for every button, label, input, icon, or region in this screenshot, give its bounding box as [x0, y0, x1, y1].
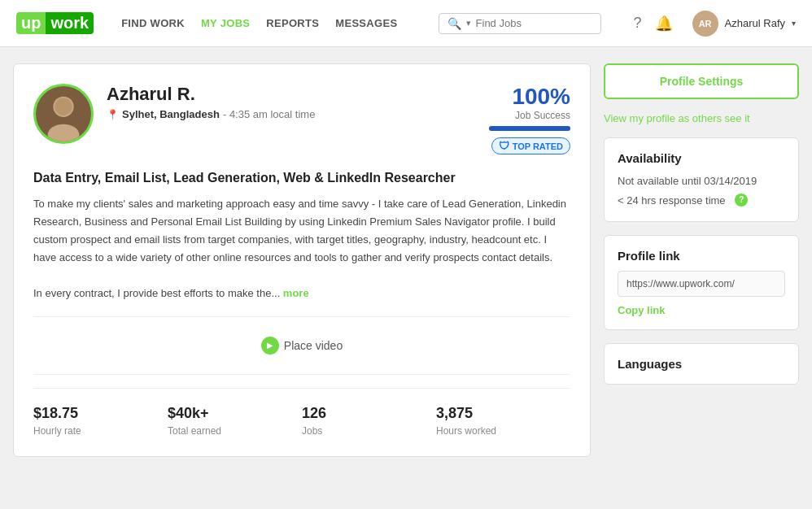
avatar-image	[36, 85, 91, 142]
location-pin-icon: 📍	[107, 109, 119, 120]
profile-info: Azharul R. 📍 Sylhet, Bangladesh - 4:35 a…	[107, 84, 476, 120]
nav-links: FIND WORK MY JOBS REPORTS MESSAGES	[121, 17, 397, 29]
place-video-btn[interactable]: ▶ Place video	[33, 330, 570, 361]
nav-reports[interactable]: REPORTS	[266, 17, 319, 29]
avatar-initials: AR	[699, 19, 712, 28]
divider-2	[33, 374, 570, 375]
profile-avatar	[33, 84, 94, 144]
stat-hourly-rate-label: Hourly rate	[33, 425, 168, 437]
availability-section: Availability Not available until 03/14/2…	[604, 137, 799, 222]
availability-text: Not available until 03/14/2019 < 24 hrs …	[618, 173, 785, 208]
user-name: Azharul Rafy	[725, 17, 785, 29]
play-icon: ▶	[261, 337, 279, 355]
sidebar: Profile Settings View my profile as othe…	[604, 63, 799, 457]
search-dropdown-arrow[interactable]: ▾	[466, 18, 471, 28]
nav-my-jobs[interactable]: MY JOBS	[201, 17, 250, 29]
search-icon: 🔍	[447, 17, 461, 30]
job-success-label: Job Success	[489, 110, 570, 121]
stat-jobs-label: Jobs	[302, 425, 436, 437]
stat-jobs-value: 126	[302, 405, 436, 422]
top-rated-label: TOP RATED	[513, 141, 563, 151]
nav-messages[interactable]: MESSAGES	[335, 17, 397, 29]
top-rated-badge: 🛡 TOP RATED	[491, 137, 570, 154]
availability-subtext: < 24 hrs response time	[618, 193, 726, 209]
profile-card: Azharul R. 📍 Sylhet, Bangladesh - 4:35 a…	[13, 63, 591, 457]
logo-up: up	[16, 12, 46, 34]
more-link[interactable]: more	[283, 287, 309, 299]
stat-hours-value: 3,875	[436, 405, 570, 422]
notifications-icon[interactable]: 🔔	[655, 15, 673, 33]
logo-work: work	[46, 12, 94, 34]
avatar: AR	[692, 11, 718, 37]
user-area[interactable]: AR Azharul Rafy ▾	[692, 11, 796, 37]
help-icon[interactable]: ?	[634, 15, 642, 32]
divider-1	[33, 316, 570, 317]
progress-bar-container	[489, 126, 570, 131]
svg-point-3	[55, 98, 72, 115]
availability-title: Availability	[618, 151, 785, 165]
stats-row: $18.75 Hourly rate $40k+ Total earned 12…	[33, 388, 570, 437]
stat-hours: 3,875 Hours worked	[436, 405, 570, 437]
profile-stats: 100% Job Success 🛡 TOP RATED	[489, 84, 570, 154]
search-bar[interactable]: 🔍 ▾	[439, 13, 601, 34]
chevron-down-icon[interactable]: ▾	[792, 19, 796, 28]
stat-total-earned-label: Total earned	[168, 425, 302, 437]
languages-section: Languages	[604, 343, 799, 385]
page-container: Azharul R. 📍 Sylhet, Bangladesh - 4:35 a…	[0, 47, 812, 473]
navbar: upwork FIND WORK MY JOBS REPORTS MESSAGE…	[0, 0, 812, 47]
stat-hours-label: Hours worked	[436, 425, 570, 437]
job-success-pct: 100%	[489, 84, 570, 110]
profile-bio: To make my clients' sales and marketing …	[33, 195, 570, 303]
profile-link-section: Profile link Copy link	[604, 235, 799, 330]
availability-not-available: Not available until 03/14/2019	[618, 173, 757, 189]
help-circle-icon[interactable]: ?	[735, 194, 748, 207]
stat-jobs: 126 Jobs	[302, 405, 436, 437]
profile-name: Azharul R.	[107, 84, 476, 105]
profile-header: Azharul R. 📍 Sylhet, Bangladesh - 4:35 a…	[33, 84, 570, 154]
stat-hourly-rate-value: $18.75	[33, 405, 168, 422]
view-profile-link[interactable]: View my profile as others see it	[604, 112, 799, 124]
logo[interactable]: upwork	[16, 12, 94, 34]
languages-title: Languages	[618, 357, 785, 371]
search-input[interactable]	[476, 17, 592, 29]
location-city: Sylhet, Bangladesh	[122, 108, 220, 120]
progress-bar-fill	[489, 126, 570, 131]
profile-location: 📍 Sylhet, Bangladesh - 4:35 am local tim…	[107, 108, 476, 120]
profile-title: Data Entry, Email List, Lead Generation,…	[33, 171, 570, 185]
stat-total-earned: $40k+ Total earned	[168, 405, 302, 437]
stat-total-earned-value: $40k+	[168, 405, 302, 422]
nav-icons: ? 🔔	[634, 15, 673, 33]
place-video-label: Place video	[284, 339, 343, 352]
profile-link-input[interactable]	[618, 271, 785, 297]
local-time: - 4:35 am local time	[223, 108, 315, 120]
profile-link-title: Profile link	[618, 249, 785, 263]
nav-find-work[interactable]: FIND WORK	[121, 17, 185, 29]
stat-hourly-rate: $18.75 Hourly rate	[33, 405, 168, 437]
profile-settings-button[interactable]: Profile Settings	[604, 63, 799, 99]
copy-link[interactable]: Copy link	[618, 304, 666, 316]
shield-icon: 🛡	[499, 140, 509, 152]
